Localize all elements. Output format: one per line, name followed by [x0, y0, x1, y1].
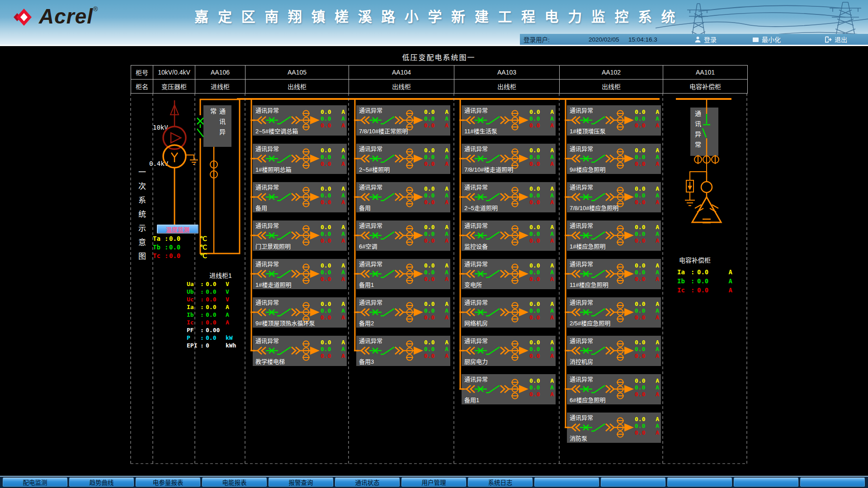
feeder-block[interactable]: 通讯异常 0.0A 0.0A 0.0A 2/5#楼应急照明 [567, 297, 661, 328]
cabinet-no-cell: AA101 [663, 66, 747, 79]
feeder-value-row: 0.0A [424, 122, 448, 129]
feeder-values: 0.0A 0.0A 0.0A [529, 108, 554, 129]
feeder-value-row: 0.0A [321, 269, 345, 276]
measurement-row: Ua:0.0V [187, 280, 255, 288]
feeder-block[interactable]: 通讯异常 0.0A 0.0A 0.0A 网络机房 [462, 297, 556, 328]
feeder-block[interactable]: 通讯异常 0.0A 0.0A 0.0A 1#楼应急照明 [567, 221, 661, 251]
cabinet-name-cell: 电容补偿柜 [663, 80, 747, 93]
feeder-value-row: 0.0A [529, 224, 554, 230]
feeder-block[interactable]: 通讯异常 0.0A 0.0A 0.0A 备用1 [462, 374, 556, 404]
nav-tab-empty[interactable] [734, 478, 798, 487]
feeder-label: 1#楼走道照明 [255, 280, 291, 289]
feeder-value-row: 0.0A [529, 339, 554, 346]
feeder-value-row: 0.0A [424, 154, 448, 160]
feeder-block[interactable]: 通讯异常 0.0A 0.0A 0.0A 消控机房 [567, 336, 661, 366]
feeder-block[interactable]: 通讯异常 0.0A 0.0A 0.0A 厨房电力 [462, 336, 556, 366]
scada-screen: Acrel ® 嘉 定 区 南 翔 镇 槎 溪 路 小 学 新 建 工 程 电 … [0, 0, 868, 488]
nav-tab-报警查询[interactable]: 报警查询 [269, 478, 333, 487]
nav-tab-empty[interactable] [667, 478, 732, 487]
feeder-values: 0.0A 0.0A 0.0A [529, 147, 554, 167]
login-button[interactable]: 登录 [692, 34, 719, 45]
cabinet-name-cell: 变压器柜 [153, 80, 195, 93]
hv-voltage-label: 10kV [153, 124, 168, 131]
feeder-label: 2~5#楼空调总箱 [255, 127, 298, 135]
feeder-block[interactable]: 通讯异常 0.0A 0.0A 0.0A 备用3 [356, 336, 450, 366]
feeder-block[interactable]: 通讯异常 0.0A 0.0A 0.0A 教学楼电梯 [253, 336, 347, 366]
feeder-value-row: 0.0A [635, 262, 659, 269]
nav-tab-电能报表[interactable]: 电能报表 [202, 478, 267, 487]
feeder-block[interactable]: 通讯异常 0.0A 0.0A 0.0A 11#楼生活泵 [462, 105, 556, 136]
temperature-monitor-button[interactable]: 温度监测 [157, 225, 198, 234]
feeder-block[interactable]: 通讯异常 0.0A 0.0A 0.0A 6#楼应急照明 [567, 374, 661, 404]
feeder-block[interactable]: 通讯异常 0.0A 0.0A 0.0A 2~5#楼空调总箱 [253, 105, 347, 136]
feeder-label: 消防泵 [570, 434, 587, 442]
measurement-row: P:0.0kW [187, 334, 255, 342]
lv-voltage-label: 0.4kV [149, 160, 168, 167]
feeder-value-row: 0.0A [635, 237, 659, 244]
feeder-value-row: 0.0A [321, 185, 345, 192]
nav-tab-电参量报表[interactable]: 电参量报表 [136, 478, 200, 487]
exit-icon [825, 36, 832, 43]
feeder-value-row: 0.0A [321, 147, 345, 154]
feeder-block[interactable]: 通讯异常 0.0A 0.0A 0.0A 1#楼走道照明 [253, 259, 347, 289]
nav-tab-通讯状态[interactable]: 通讯状态 [335, 478, 400, 487]
feeder-block[interactable]: 通讯异常 0.0A 0.0A 0.0A 9#楼顶屋顶热水循环泵 [253, 297, 347, 328]
feeder-value-row: 0.0A [424, 314, 448, 321]
feeder-block[interactable]: 通讯异常 0.0A 0.0A 0.0A 2~5走道照明 [462, 182, 556, 212]
feeder-block[interactable]: 通讯异常 0.0A 0.0A 0.0A 7/8/10#楼应急照明 [567, 182, 661, 212]
feeder-block[interactable]: 通讯异常 0.0A 0.0A 0.0A 备用 [356, 182, 450, 212]
feeder-values: 0.0A 0.0A 0.0A [635, 300, 659, 321]
feeder-values: 0.0A 0.0A 0.0A [321, 224, 345, 244]
nav-tab-empty[interactable] [534, 478, 599, 487]
feeder-value-row: 0.0A [635, 185, 659, 192]
feeder-label: 备用3 [359, 357, 374, 366]
feeder-label: 门卫景观照明 [255, 242, 291, 250]
feeder-block[interactable]: 通讯异常 0.0A 0.0A 0.0A 1#楼顶增压泵 [567, 105, 661, 136]
feeder-block[interactable]: 通讯异常 0.0A 0.0A 0.0A 备用2 [356, 297, 450, 328]
feeder-value-row: 0.0A [529, 115, 554, 122]
feeder-block[interactable]: 通讯异常 0.0A 0.0A 0.0A 7/8/10#楼走道照明 [462, 144, 556, 174]
feeder-value-row: 0.0A [424, 230, 448, 237]
feeder-value-row: 0.0A [635, 416, 659, 422]
feeder-block[interactable]: 通讯异常 0.0A 0.0A 0.0A 备用1 [356, 259, 450, 289]
cabinet-name-cell: 出线柜 [349, 80, 454, 93]
feeder-block[interactable]: 通讯异常 0.0A 0.0A 0.0A 门卫景观照明 [253, 221, 347, 251]
feeder-value-row: 0.0A [321, 339, 345, 346]
feeder-block[interactable]: 通讯异常 0.0A 0.0A 0.0A 变电所 [462, 259, 556, 289]
feeder-block[interactable]: 通讯异常 0.0A 0.0A 0.0A 2~5#楼照明 [356, 144, 450, 174]
nav-tab-用户管理[interactable]: 用户管理 [401, 478, 466, 487]
nav-tab-empty[interactable] [800, 478, 865, 487]
nav-tab-empty[interactable] [601, 478, 665, 487]
feeder-label: 1#楼照明总箱 [255, 165, 291, 174]
exit-button[interactable]: 退出 [822, 34, 850, 45]
feeder-block[interactable]: 通讯异常 0.0A 0.0A 0.0A 6#空调 [356, 221, 450, 251]
feeder-block[interactable]: 通讯异常 0.0A 0.0A 0.0A 11#楼应急照明 [567, 259, 661, 289]
feeder-block[interactable]: 通讯异常 0.0A 0.0A 0.0A 7/8/10#楼正常照明 [356, 105, 450, 136]
nav-tab-趋势曲线[interactable]: 趋势曲线 [69, 478, 134, 487]
login-bar: 登录用户: 2020/02/05 15:04:16.3 登录 最小化 [520, 34, 868, 45]
feeder-values: 0.0A 0.0A 0.0A [321, 147, 345, 167]
minimize-button[interactable]: 最小化 [750, 34, 783, 45]
cabinet-name-cell: 出线柜 [560, 80, 663, 93]
feeder-value-row: 0.0A [424, 160, 448, 167]
measurement-row: PF:0.00 [187, 326, 255, 334]
nav-tab-系统日志[interactable]: 系统日志 [468, 478, 533, 487]
feeder-block[interactable]: 通讯异常 0.0A 0.0A 0.0A 监控设备 [462, 221, 556, 251]
login-button-label: 登录 [704, 35, 717, 44]
feeder-value-row: 0.0A [635, 346, 659, 352]
feeder-value-row: 0.0A [529, 314, 554, 321]
row-label-cabinet-name: 柜名 [131, 80, 153, 93]
feeder-block[interactable]: 通讯异常 0.0A 0.0A 0.0A 备用 [253, 182, 347, 212]
app-title: 嘉 定 区 南 翔 镇 槎 溪 路 小 学 新 建 工 程 电 力 监 控 系 … [145, 5, 728, 26]
feeder-block[interactable]: 通讯异常 0.0A 0.0A 0.0A 1#楼照明总箱 [253, 144, 347, 174]
feeder-value-row: 0.0A [529, 391, 554, 398]
feeder-block[interactable]: 通讯异常 0.0A 0.0A 0.0A 9#楼应急照明 [567, 144, 661, 174]
feeder-values: 0.0A 0.0A 0.0A [321, 262, 345, 282]
nav-tab-配电监测[interactable]: 配电监测 [3, 478, 67, 487]
feeder-block[interactable]: 通讯异常 0.0A 0.0A 0.0A 消防泵 [567, 413, 661, 443]
feeder-value-row: 0.0A [635, 422, 659, 429]
feeder-label: 监控设备 [464, 242, 488, 250]
feeder-values: 0.0A 0.0A 0.0A [529, 300, 554, 321]
feeder-value-row: 0.0A [529, 199, 554, 206]
feeder-value-row: 0.0A [424, 352, 448, 359]
